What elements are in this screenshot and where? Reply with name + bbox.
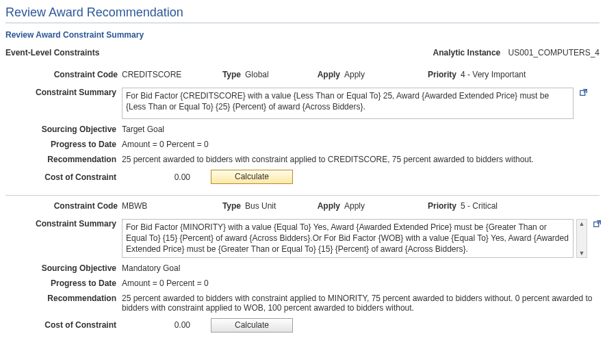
scrollbar[interactable]: ▲ ▼ xyxy=(576,219,587,258)
analytic-instance: Analytic Instance US001_COMPUTERS_4 xyxy=(433,48,600,57)
constraint-summary-text[interactable]: For Bid Factor {CREDITSCORE} with a valu… xyxy=(122,88,574,119)
cost-of-constraint-value: 0.00 xyxy=(122,320,211,330)
progress-to-date-label: Progress to Date xyxy=(5,278,122,288)
apply-label: Apply xyxy=(313,201,344,211)
constraint-summary-label: Constraint Summary xyxy=(5,219,122,229)
constraint-code-value: CREDITSCORE xyxy=(122,70,218,79)
priority-value: 4 - Very Important xyxy=(461,70,526,79)
priority-label: Priority xyxy=(420,201,461,211)
calculate-button[interactable]: Calculate xyxy=(211,170,293,184)
apply-label: Apply xyxy=(313,70,344,79)
recommendation-label: Recommendation xyxy=(5,294,122,303)
sourcing-objective-label: Sourcing Objective xyxy=(5,125,122,134)
constraint-summary-label: Constraint Summary xyxy=(5,88,122,97)
constraint-summary-text[interactable]: For Bid Factor {MINORITY} with a value {… xyxy=(122,219,574,258)
recommendation-value: 25 percent awarded to bidders with const… xyxy=(122,294,600,313)
recommendation-value: 25 percent awarded to bidders with const… xyxy=(122,155,600,164)
apply-value: Apply xyxy=(344,70,420,79)
popout-icon[interactable] xyxy=(593,219,602,231)
priority-value: 5 - Critical xyxy=(461,201,498,211)
constraint-code-value: MBWB xyxy=(122,201,218,211)
type-value: Bus Unit xyxy=(245,201,313,211)
constraint-block: Constraint Code CREDITSCORE Type Global … xyxy=(5,64,600,196)
progress-to-date-value: Amount = 0 Percent = 0 xyxy=(122,140,600,149)
scroll-up-icon[interactable]: ▲ xyxy=(577,220,587,228)
analytic-instance-label: Analytic Instance xyxy=(433,48,501,57)
constraint-block: Constraint Code MBWB Type Bus Unit Apply… xyxy=(5,196,600,343)
type-value: Global xyxy=(245,70,313,79)
event-level-constraints-label: Event-Level Constraints xyxy=(5,48,99,57)
svg-rect-1 xyxy=(594,222,599,226)
apply-value: Apply xyxy=(344,201,420,211)
cost-of-constraint-value: 0.00 xyxy=(122,172,211,182)
progress-to-date-value: Amount = 0 Percent = 0 xyxy=(122,278,600,288)
sourcing-objective-value: Target Goal xyxy=(122,125,600,134)
page-title: Review Award Recommendation xyxy=(5,4,600,23)
cost-of-constraint-label: Cost of Constraint xyxy=(5,320,122,330)
scroll-down-icon[interactable]: ▼ xyxy=(577,249,587,257)
sourcing-objective-value: Mandatory Goal xyxy=(122,263,600,273)
constraint-code-label: Constraint Code xyxy=(5,70,122,79)
section-title: Review Award Constraint Summary xyxy=(5,23,600,45)
progress-to-date-label: Progress to Date xyxy=(5,140,122,149)
popout-icon[interactable] xyxy=(579,88,589,99)
cost-of-constraint-label: Cost of Constraint xyxy=(5,172,122,182)
recommendation-label: Recommendation xyxy=(5,155,122,164)
calculate-button[interactable]: Calculate xyxy=(211,318,293,333)
svg-rect-0 xyxy=(580,90,585,95)
sourcing-objective-label: Sourcing Objective xyxy=(5,263,122,273)
type-label: Type xyxy=(218,70,245,79)
type-label: Type xyxy=(218,201,245,211)
analytic-instance-value: US001_COMPUTERS_4 xyxy=(509,48,600,57)
constraint-code-label: Constraint Code xyxy=(5,201,122,211)
priority-label: Priority xyxy=(420,70,461,79)
